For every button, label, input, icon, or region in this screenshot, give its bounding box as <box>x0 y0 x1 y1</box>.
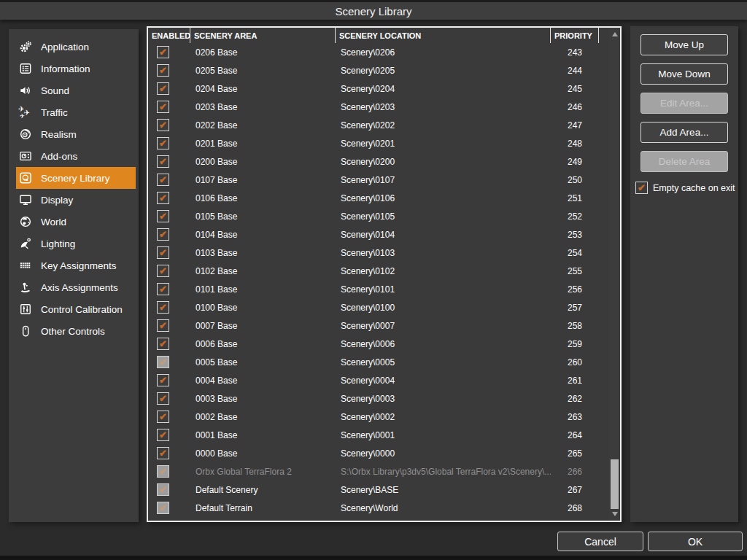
table-row[interactable]: ✔ 0104 Base Scenery\0104 253 <box>148 225 608 244</box>
enabled-cell: ✔ <box>148 246 190 259</box>
table-row[interactable]: ✔ 0103 Base Scenery\0103 254 <box>148 244 608 262</box>
row-enabled-checkbox[interactable]: ✔ <box>157 283 169 295</box>
row-enabled-checkbox[interactable]: ✔ <box>157 174 169 186</box>
table-row[interactable]: ✔ 0204 Base Scenery\0204 245 <box>148 79 608 98</box>
table-row[interactable]: ✔ 0005 Base Scenery\0005 260 <box>148 353 608 371</box>
table-row[interactable]: ✔ 0201 Base Scenery\0201 248 <box>148 134 608 152</box>
scenery-location-cell: Scenery\0204 <box>336 84 551 94</box>
table-scrollbar[interactable] <box>609 28 620 521</box>
sidebar-item-control-calibration[interactable]: Control Calibration <box>16 298 136 320</box>
priority-cell: 250 <box>551 175 599 185</box>
row-enabled-checkbox[interactable]: ✔ <box>157 447 169 459</box>
table-row[interactable]: ✔ 0000 Base Scenery\0000 265 <box>148 444 608 462</box>
scenery-area-cell: 0206 Base <box>190 47 336 58</box>
row-enabled-checkbox[interactable]: ✔ <box>157 265 169 277</box>
row-enabled-checkbox[interactable]: ✔ <box>157 46 169 58</box>
table-row[interactable]: ✔ 0004 Base Scenery\0004 261 <box>148 371 608 389</box>
scenery-area-cell: 0006 Base <box>190 339 336 349</box>
title-bar: Scenery Library <box>0 0 747 20</box>
check-icon: ✔ <box>159 66 167 75</box>
row-enabled-checkbox[interactable]: ✔ <box>157 429 169 441</box>
scenery-location-cell: Scenery\0206 <box>336 47 551 58</box>
enabled-cell: ✔ <box>148 82 190 95</box>
scenery-location-cell: S:\Orbx Library\p3dv5\Global TerraFlora … <box>336 467 551 477</box>
enabled-cell: ✔ <box>148 411 190 423</box>
actions-panel: Move Up Move Down Edit Area... Add Area.… <box>630 26 738 522</box>
row-enabled-checkbox[interactable]: ✔ <box>157 137 169 149</box>
row-enabled-checkbox[interactable]: ✔ <box>157 502 169 514</box>
row-enabled-checkbox[interactable]: ✔ <box>157 192 169 204</box>
scenery-area-cell: 0103 Base <box>190 248 336 258</box>
table-row[interactable]: ✔ 0203 Base Scenery\0203 246 <box>148 98 608 116</box>
cancel-button[interactable]: Cancel <box>557 532 643 551</box>
sidebar-item-label: Axis Assignments <box>41 282 118 293</box>
table-row[interactable]: ✔ 0205 Base Scenery\0205 244 <box>148 61 608 79</box>
sidebar-item-display[interactable]: Display <box>16 189 136 211</box>
table-row[interactable]: ✔ Default Terrain Scenery\World 268 <box>148 499 608 517</box>
sidebar-item-scenery-library[interactable]: Scenery Library <box>16 167 136 189</box>
move-up-button[interactable]: Move Up <box>640 34 728 55</box>
scenery-area-cell: 0000 Base <box>190 448 336 459</box>
row-enabled-checkbox[interactable]: ✔ <box>157 82 169 95</box>
table-row[interactable]: ✔ Default Scenery Scenery\BASE 267 <box>148 481 608 499</box>
row-enabled-checkbox[interactable]: ✔ <box>157 338 169 350</box>
row-enabled-checkbox[interactable]: ✔ <box>157 246 169 259</box>
table-row[interactable]: ✔ 0006 Base Scenery\0006 259 <box>148 335 608 353</box>
check-icon: ✔ <box>159 485 167 494</box>
edit-area-button: Edit Area... <box>640 93 728 114</box>
table-row[interactable]: ✔ 0200 Base Scenery\0200 249 <box>148 152 608 171</box>
sidebar-item-application[interactable]: Application <box>16 36 136 58</box>
sidebar-item-lighting[interactable]: Lighting <box>16 233 136 254</box>
table-row[interactable]: ✔ 0102 Base Scenery\0102 255 <box>148 262 608 280</box>
row-enabled-checkbox[interactable]: ✔ <box>157 411 169 423</box>
row-enabled-checkbox[interactable]: ✔ <box>157 374 169 386</box>
airplanes-icon: ✈✈✈ <box>18 105 33 120</box>
spotlight-icon <box>18 236 33 251</box>
table-row[interactable]: ✔ 0001 Base Scenery\0001 264 <box>148 426 608 444</box>
empty-cache-checkbox[interactable]: ✔ <box>635 182 648 194</box>
table-row[interactable]: ✔ 0106 Base Scenery\0106 251 <box>148 189 608 207</box>
table-row[interactable]: ✔ 0105 Base Scenery\0105 252 <box>148 207 608 225</box>
sidebar-item-sound[interactable]: Sound <box>16 79 136 101</box>
table-row[interactable]: ✔ 0107 Base Scenery\0107 250 <box>148 171 608 189</box>
row-enabled-checkbox[interactable]: ✔ <box>157 319 169 332</box>
sidebar-item-traffic[interactable]: ✈✈✈ Traffic <box>16 101 136 123</box>
row-enabled-checkbox[interactable]: ✔ <box>157 210 169 222</box>
row-enabled-checkbox[interactable]: ✔ <box>157 483 169 496</box>
priority-cell: 259 <box>551 339 599 349</box>
row-enabled-checkbox[interactable]: ✔ <box>157 356 169 368</box>
sidebar-item-key-assignments[interactable]: Key Assignments <box>16 254 136 276</box>
scenery-area-cell: 0201 Base <box>190 139 336 149</box>
table-row[interactable]: ✔ 0007 Base Scenery\0007 258 <box>148 316 608 335</box>
sidebar-item-world[interactable]: World <box>16 211 136 233</box>
scenery-location-cell: Scenery\0205 <box>336 66 551 76</box>
table-row[interactable]: ✔ 0003 Base Scenery\0003 262 <box>148 389 608 408</box>
add-area-button[interactable]: Add Area... <box>640 122 728 143</box>
scrollbar-up-arrow[interactable] <box>609 29 620 39</box>
sidebar-item-other-controls[interactable]: Other Controls <box>16 320 136 342</box>
move-down-button[interactable]: Move Down <box>640 63 728 85</box>
table-row[interactable]: ✔ 0002 Base Scenery\0002 263 <box>148 408 608 426</box>
ok-button[interactable]: OK <box>648 532 743 551</box>
sidebar-item-addons[interactable]: Add-ons <box>16 145 136 167</box>
sidebar-item-information[interactable]: Information <box>16 58 136 79</box>
table-row[interactable]: ✔ 0206 Base Scenery\0206 243 <box>148 43 608 61</box>
row-enabled-checkbox[interactable]: ✔ <box>157 64 169 77</box>
column-header-scenery-location: SCENERY LOCATION <box>336 28 551 43</box>
scrollbar-thumb[interactable] <box>611 459 619 509</box>
row-enabled-checkbox[interactable]: ✔ <box>157 465 169 478</box>
sidebar-item-axis-assignments[interactable]: Axis Assignments <box>16 276 136 298</box>
row-enabled-checkbox[interactable]: ✔ <box>157 155 169 168</box>
scrollbar-down-arrow[interactable] <box>609 509 620 519</box>
sidebar-item-realism[interactable]: Realism <box>16 123 136 145</box>
row-enabled-checkbox[interactable]: ✔ <box>157 392 169 405</box>
row-enabled-checkbox[interactable]: ✔ <box>157 301 169 314</box>
row-enabled-checkbox[interactable]: ✔ <box>157 101 169 113</box>
table-row[interactable]: ✔ 0100 Base Scenery\0100 257 <box>148 298 608 316</box>
table-row[interactable]: ✔ 0202 Base Scenery\0202 247 <box>148 116 608 134</box>
table-row[interactable]: ✔ 0101 Base Scenery\0101 256 <box>148 280 608 298</box>
table-row[interactable]: ✔ Orbx Global TerraFlora 2 S:\Orbx Libra… <box>148 462 608 481</box>
enabled-cell: ✔ <box>148 447 190 459</box>
row-enabled-checkbox[interactable]: ✔ <box>157 119 169 131</box>
row-enabled-checkbox[interactable]: ✔ <box>157 228 169 241</box>
